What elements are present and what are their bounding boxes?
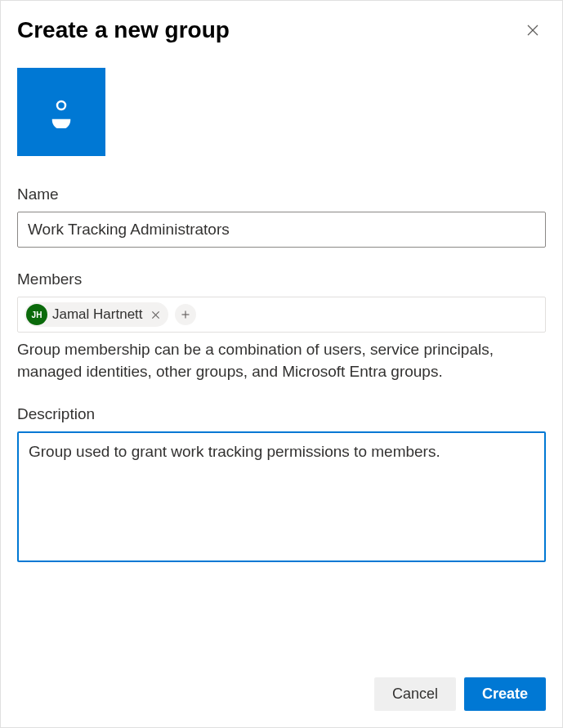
members-helper-text: Group membership can be a combination of… xyxy=(17,339,546,382)
create-button[interactable]: Create xyxy=(464,677,546,711)
svg-point-2 xyxy=(57,101,65,109)
members-input[interactable]: JH Jamal Hartnett xyxy=(17,297,546,333)
member-name: Jamal Hartnett xyxy=(52,306,143,323)
remove-member-button[interactable] xyxy=(148,309,163,321)
description-input[interactable]: Group used to grant work tracking permis… xyxy=(17,431,546,562)
member-avatar: JH xyxy=(26,304,47,325)
person-icon xyxy=(45,96,78,128)
name-input[interactable] xyxy=(17,212,546,248)
group-avatar-placeholder[interactable] xyxy=(17,68,105,156)
members-label: Members xyxy=(17,270,546,288)
name-label: Name xyxy=(17,185,546,203)
member-chip: JH Jamal Hartnett xyxy=(25,302,168,327)
close-button[interactable] xyxy=(520,17,546,43)
dialog-title: Create a new group xyxy=(17,17,230,43)
description-label: Description xyxy=(17,405,546,423)
close-icon xyxy=(526,24,539,37)
close-icon xyxy=(151,310,160,319)
cancel-button[interactable]: Cancel xyxy=(374,677,456,711)
plus-icon xyxy=(181,310,190,319)
add-member-button[interactable] xyxy=(175,304,196,325)
